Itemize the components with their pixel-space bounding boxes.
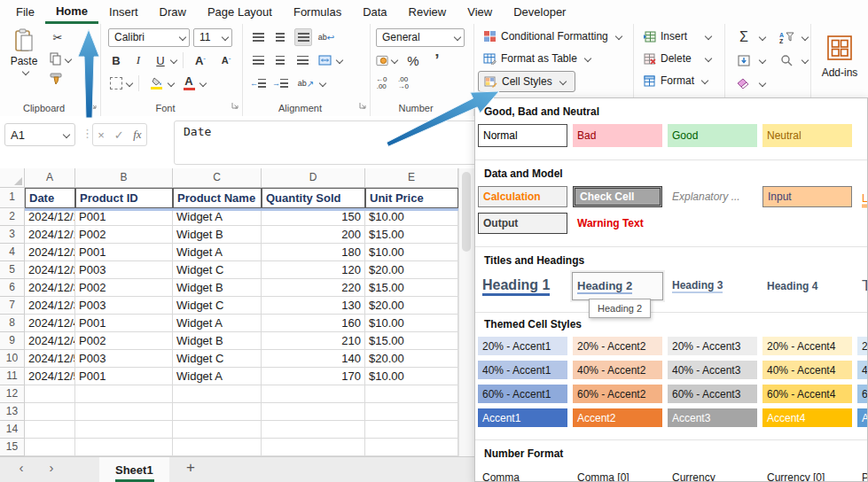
cell-B4[interactable]: P001 <box>75 244 173 261</box>
menu-tab-draw[interactable]: Draw <box>149 0 197 24</box>
row-header-12[interactable]: 12 <box>0 385 25 403</box>
row-header-7[interactable]: 7 <box>0 297 25 315</box>
cell-D5[interactable]: 120 <box>262 261 365 279</box>
cell-A7[interactable]: 2024/12/3 <box>25 297 75 315</box>
cell-C9[interactable]: Widget B <box>173 332 262 350</box>
cell-style-item[interactable]: 20% - Accent3 <box>668 337 757 355</box>
cell-B6[interactable]: P002 <box>75 279 173 297</box>
format-cells-button[interactable]: Format <box>637 71 724 90</box>
menu-tab-review[interactable]: Review <box>398 0 457 24</box>
number-dialog-launcher[interactable] <box>463 97 471 113</box>
cell-D14[interactable] <box>262 421 365 439</box>
cell-style-item[interactable]: 20% - Accent5 <box>857 337 868 355</box>
font-size-select[interactable]: 11 <box>193 28 232 47</box>
cell-E6[interactable]: $15.00 <box>365 279 458 297</box>
cell-B15[interactable] <box>75 439 173 456</box>
cell-A13[interactable] <box>25 403 75 421</box>
cell-D3[interactable]: 200 <box>262 226 365 244</box>
cell-C11[interactable]: Widget A <box>173 368 262 385</box>
cell-D8[interactable]: 160 <box>262 315 365 332</box>
cell-A15[interactable] <box>25 439 75 456</box>
cell-D1[interactable]: Quantity Sold <box>262 188 365 208</box>
merge-center-button[interactable] <box>317 52 332 68</box>
column-header-C[interactable]: C <box>173 168 262 188</box>
cell-A12[interactable] <box>25 385 75 403</box>
row-header-14[interactable]: 14 <box>0 421 25 439</box>
cell-C6[interactable]: Widget B <box>173 279 262 297</box>
menu-tab-view[interactable]: View <box>457 0 503 24</box>
cell-D12[interactable] <box>262 385 365 403</box>
accounting-format-button[interactable] <box>376 52 397 68</box>
cell-style-item[interactable]: 60% - Accent1 <box>478 385 567 403</box>
cell-style-item[interactable]: Bad <box>573 124 662 147</box>
cell-C2[interactable]: Widget A <box>173 208 262 226</box>
cell-style-item[interactable]: Comma <box>478 470 567 482</box>
cell-E3[interactable]: $15.00 <box>365 226 458 244</box>
cell-E13[interactable] <box>365 403 458 421</box>
cell-style-item[interactable]: Calculation <box>478 186 567 207</box>
addins-button[interactable]: Add-ins <box>811 35 868 79</box>
row-header-15[interactable]: 15 <box>0 439 25 456</box>
cell-style-item[interactable]: Normal <box>478 124 567 147</box>
clipboard-dialog-launcher[interactable] <box>90 97 98 113</box>
cell-style-item[interactable]: Currency <box>668 470 757 482</box>
column-header-D[interactable]: D <box>262 168 365 188</box>
cell-E9[interactable]: $15.00 <box>365 332 458 350</box>
bold-button[interactable]: B <box>108 52 124 68</box>
cell-E7[interactable]: $20.00 <box>365 297 458 315</box>
fill-button[interactable] <box>736 52 752 68</box>
cell-E4[interactable]: $10.00 <box>365 244 458 261</box>
cell-style-item[interactable]: Input <box>762 186 852 207</box>
cell-D11[interactable]: 170 <box>262 368 365 385</box>
cell-C12[interactable] <box>173 385 262 403</box>
comma-style-button[interactable]: ’ <box>429 52 445 68</box>
cell-D13[interactable] <box>262 403 365 421</box>
cell-D4[interactable]: 180 <box>262 244 365 261</box>
cell-A5[interactable]: 2024/12/2 <box>25 261 75 279</box>
align-right-button[interactable] <box>294 52 310 68</box>
format-painter-button[interactable] <box>50 73 71 89</box>
select-all-corner[interactable] <box>0 168 25 188</box>
cell-D7[interactable]: 130 <box>262 297 365 315</box>
cell-C1[interactable]: Product Name <box>173 188 262 208</box>
cell-E1[interactable]: Unit Price <box>365 188 458 208</box>
increase-indent-button[interactable]: → <box>272 75 288 91</box>
menu-tab-developer[interactable]: Developer <box>503 0 576 24</box>
cell-B1[interactable]: Product ID <box>75 188 173 208</box>
cell-style-item[interactable]: 60% - Accent4 <box>762 385 852 403</box>
cell-C10[interactable]: Widget C <box>173 350 262 368</box>
cell-style-item[interactable]: 60% - Accent2 <box>573 385 662 403</box>
cell-A2[interactable]: 2024/12/1 <box>25 208 75 226</box>
cell-D10[interactable]: 140 <box>262 350 365 368</box>
cell-B3[interactable]: P002 <box>75 226 173 244</box>
cell-styles-button[interactable]: Cell Styles <box>478 71 575 92</box>
cell-A1[interactable]: Date <box>25 188 75 208</box>
copy-button[interactable] <box>50 52 71 66</box>
menu-tab-formulas[interactable]: Formulas <box>283 0 352 24</box>
insert-cells-button[interactable]: Insert <box>637 27 724 46</box>
cell-B12[interactable] <box>75 385 173 403</box>
column-header-A[interactable]: A <box>25 168 75 188</box>
cell-B14[interactable] <box>75 421 173 439</box>
row-header-1[interactable]: 1 <box>0 188 25 208</box>
row-header-6[interactable]: 6 <box>0 279 25 297</box>
cell-style-item[interactable]: Heading 2 <box>573 273 662 299</box>
cell-style-item[interactable]: Accent5 <box>857 408 868 427</box>
borders-button[interactable] <box>108 75 124 91</box>
increase-font-button[interactable]: Aˆ <box>183 52 210 68</box>
cell-A14[interactable] <box>25 421 75 439</box>
clear-button[interactable] <box>736 75 752 91</box>
cell-style-item[interactable]: 40% - Accent4 <box>762 361 852 379</box>
cell-style-item[interactable]: 20% - Accent4 <box>762 337 852 355</box>
cell-D2[interactable]: 150 <box>262 208 365 226</box>
cell-style-item[interactable]: Comma [0] <box>573 470 662 482</box>
cell-B11[interactable]: P001 <box>75 368 173 385</box>
increase-decimal-button[interactable]: ←0.00 <box>376 76 387 90</box>
cell-style-item[interactable]: 60% - Accent3 <box>668 385 757 403</box>
cell-C4[interactable]: Widget A <box>173 244 262 261</box>
underline-button[interactable]: U <box>152 52 168 68</box>
menu-tab-file[interactable]: File <box>5 0 45 24</box>
cell-style-item[interactable]: Heading 4 <box>762 273 852 299</box>
fill-color-button[interactable] <box>138 75 166 91</box>
paste-button[interactable]: Paste <box>5 28 43 99</box>
